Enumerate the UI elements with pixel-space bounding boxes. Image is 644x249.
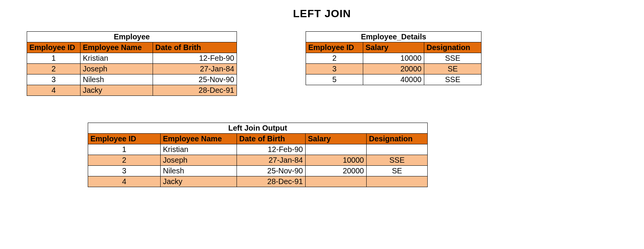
output-header-id: Employee ID — [88, 134, 161, 144]
table-row: 5 40000 SSE — [306, 74, 481, 85]
cell: 12-Feb-90 — [153, 53, 237, 64]
page-title: LEFT JOIN — [0, 8, 644, 20]
employee-header-dob: Date of Brith — [153, 42, 237, 53]
cell: 3 — [27, 74, 80, 85]
output-header-salary: Salary — [306, 134, 367, 144]
cell: 1 — [88, 144, 161, 155]
cell: 5 — [306, 74, 363, 85]
cell: Kristian — [80, 53, 153, 64]
employee-details-table: Employee_Details Employee ID Salary Desi… — [306, 31, 481, 85]
cell — [306, 176, 367, 187]
cell: 20000 — [306, 166, 367, 176]
employee-caption: Employee — [27, 32, 237, 42]
cell: SE — [424, 64, 481, 74]
cell: 4 — [27, 85, 80, 96]
table-row: 2 Joseph 27-Jan-84 10000 SSE — [88, 155, 428, 166]
table-row: 1 Kristian 12-Feb-90 — [88, 144, 428, 155]
cell: Nilesh — [80, 74, 153, 85]
cell: 2 — [306, 53, 363, 64]
cell — [367, 176, 428, 187]
cell: Jacky — [80, 85, 153, 96]
cell: 25-Nov-90 — [237, 166, 306, 176]
cell: 10000 — [306, 155, 367, 166]
cell: 28-Dec-91 — [237, 176, 306, 187]
table-row: 2 Joseph 27-Jan-84 — [27, 64, 237, 74]
cell: 1 — [27, 53, 80, 64]
cell: 12-Feb-90 — [237, 144, 306, 155]
cell: 25-Nov-90 — [153, 74, 237, 85]
cell — [306, 144, 367, 155]
table-row: 3 Nilesh 25-Nov-90 — [27, 74, 237, 85]
cell: Jacky — [161, 176, 237, 187]
cell: 40000 — [363, 74, 424, 85]
cell: Joseph — [161, 155, 237, 166]
cell: 28-Dec-91 — [153, 85, 237, 96]
cell: 10000 — [363, 53, 424, 64]
table-row: 2 10000 SSE — [306, 53, 481, 64]
table-row: 3 20000 SE — [306, 64, 481, 74]
cell: SSE — [424, 53, 481, 64]
cell: Nilesh — [161, 166, 237, 176]
cell: 27-Jan-84 — [237, 155, 306, 166]
cell: SSE — [424, 74, 481, 85]
cell: 3 — [306, 64, 363, 74]
details-header-id: Employee ID — [306, 42, 363, 53]
employee-table: Employee Employee ID Employee Name Date … — [27, 31, 237, 96]
cell: 2 — [88, 155, 161, 166]
table-row: 3 Nilesh 25-Nov-90 20000 SE — [88, 166, 428, 176]
cell — [367, 144, 428, 155]
cell: 3 — [88, 166, 161, 176]
table-row: 1 Kristian 12-Feb-90 — [27, 53, 237, 64]
cell: SSE — [367, 155, 428, 166]
table-row: 4 Jacky 28-Dec-91 — [88, 176, 428, 187]
employee-header-id: Employee ID — [27, 42, 80, 53]
cell: 27-Jan-84 — [153, 64, 237, 74]
output-header-name: Employee Name — [161, 134, 237, 144]
details-header-salary: Salary — [363, 42, 424, 53]
cell: 2 — [27, 64, 80, 74]
output-header-desig: Designation — [367, 134, 428, 144]
details-caption: Employee_Details — [306, 32, 481, 42]
cell: Joseph — [80, 64, 153, 74]
employee-header-name: Employee Name — [80, 42, 153, 53]
details-header-desig: Designation — [424, 42, 481, 53]
cell: SE — [367, 166, 428, 176]
left-join-output-table: Left Join Output Employee ID Employee Na… — [88, 123, 428, 187]
cell: 20000 — [363, 64, 424, 74]
output-header-dob: Date of Birth — [237, 134, 306, 144]
output-caption: Left Join Output — [88, 123, 428, 134]
table-row: 4 Jacky 28-Dec-91 — [27, 85, 237, 96]
cell: Kristian — [161, 144, 237, 155]
cell: 4 — [88, 176, 161, 187]
